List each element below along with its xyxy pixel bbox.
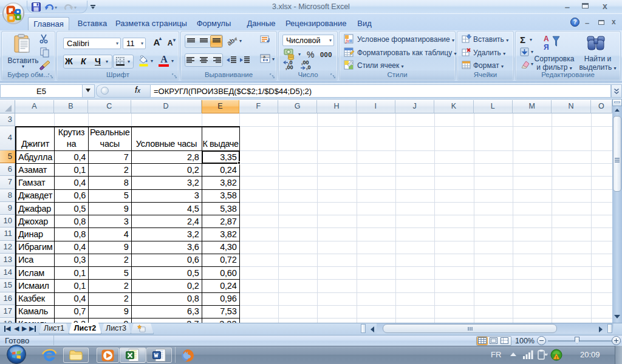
svg-text:А: А <box>544 35 549 43</box>
svg-text:?: ? <box>573 19 576 25</box>
svg-text:ab: ab <box>227 36 236 47</box>
svg-text:fx: fx <box>346 38 349 44</box>
svg-text:Я: Я <box>544 43 549 52</box>
svg-text:!: ! <box>556 356 557 360</box>
svg-text:a: a <box>263 55 265 59</box>
